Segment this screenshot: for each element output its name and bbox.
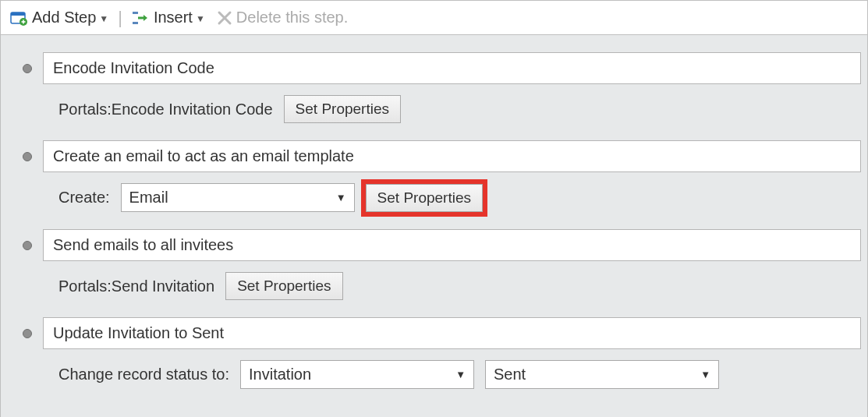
svg-rect-1 [11, 12, 25, 16]
step-header-row [7, 314, 861, 352]
step-block: Portals:Send Invitation Set Properties [7, 226, 861, 314]
step-detail-row: Portals:Send Invitation Set Properties [7, 264, 861, 314]
step-title-input[interactable] [43, 317, 861, 349]
insert-label: Insert [154, 9, 193, 27]
status-entity-select[interactable]: Invitation ▼ [240, 360, 474, 389]
delete-icon [216, 9, 233, 27]
svg-rect-5 [133, 12, 138, 14]
step-bullet-icon [23, 329, 32, 338]
workflow-editor: Add Step ▼ | Insert ▼ [0, 0, 868, 417]
insert-icon [132, 10, 151, 26]
step-block: Change record status to: Invitation ▼ Se… [7, 314, 861, 403]
step-detail-row: Create: Email ▼ Set Properties [7, 175, 861, 226]
step-bullet-icon [23, 241, 32, 250]
step-action-label: Portals:Encode Invitation Code [58, 101, 273, 118]
step-bullet-icon [23, 64, 32, 73]
step-title-input[interactable] [43, 140, 861, 172]
steps-area: Portals:Encode Invitation Code Set Prope… [1, 35, 867, 417]
delete-step-button: Delete this step. [213, 7, 351, 28]
step-header-row [7, 137, 861, 175]
toolbar: Add Step ▼ | Insert ▼ [1, 1, 867, 35]
change-status-label: Change record status to: [58, 366, 229, 383]
add-step-icon [10, 10, 29, 26]
add-step-label: Add Step [32, 9, 96, 27]
svg-rect-7 [138, 16, 143, 19]
insert-menu[interactable]: Insert ▼ [129, 7, 208, 28]
step-bullet-icon [23, 152, 32, 161]
step-block: Create: Email ▼ Set Properties [7, 137, 861, 226]
status-value-select[interactable]: Sent ▼ [485, 360, 719, 389]
chevron-down-icon: ▼ [455, 369, 466, 380]
step-header-row [7, 49, 861, 87]
set-properties-button[interactable]: Set Properties [366, 184, 483, 212]
step-title-input[interactable] [43, 52, 861, 84]
step-action-label: Portals:Send Invitation [58, 277, 214, 295]
step-title-input[interactable] [43, 229, 861, 261]
set-properties-button[interactable]: Set Properties [225, 272, 342, 300]
select-value: Invitation [249, 366, 311, 383]
select-value: Email [129, 189, 168, 207]
delete-label: Delete this step. [236, 9, 348, 27]
chevron-down-icon: ▼ [336, 192, 346, 203]
step-header-row [7, 226, 861, 264]
dropdown-caret-icon: ▼ [99, 13, 108, 24]
select-value: Sent [494, 366, 526, 383]
create-entity-select[interactable]: Email ▼ [121, 183, 355, 212]
step-block: Portals:Encode Invitation Code Set Prope… [7, 49, 861, 137]
toolbar-separator: | [116, 8, 124, 28]
step-detail-row: Portals:Encode Invitation Code Set Prope… [7, 87, 861, 137]
chevron-down-icon: ▼ [700, 369, 710, 380]
step-detail-row: Change record status to: Invitation ▼ Se… [7, 352, 861, 403]
svg-rect-6 [133, 22, 138, 24]
add-step-menu[interactable]: Add Step ▼ [7, 7, 112, 28]
create-label: Create: [58, 189, 110, 207]
set-properties-button[interactable]: Set Properties [284, 95, 401, 123]
dropdown-caret-icon: ▼ [196, 13, 205, 24]
